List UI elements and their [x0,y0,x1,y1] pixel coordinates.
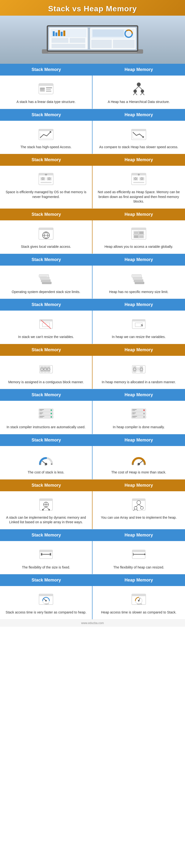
content-row-6: Memory is assigned in a contiguous block… [0,356,185,389]
svg-rect-12 [61,32,63,36]
stack-header-5: Stack Memory [0,299,92,311]
stack-icon-2 [36,170,56,187]
svg-rect-52 [41,182,52,183]
stack-cell-5: In stack we can't resize the variables. [0,311,92,344]
svg-rect-15 [91,40,112,48]
svg-rect-120 [39,410,43,411]
page-header: Stack vs Heap Memory [0,0,185,16]
svg-point-158 [48,509,50,510]
heap-header-2: Heap Memory [92,154,185,166]
heap-text-8: The cost of Heap is more than stack. [111,470,166,475]
stack-cell-8: $ The cost of stack is less. [0,446,92,479]
svg-point-138 [143,413,145,414]
svg-rect-76 [139,235,143,238]
stack-text-9: A stack can be implemented by dynamic me… [4,515,88,525]
svg-rect-11 [58,30,60,36]
heap-icon-2 [129,170,149,187]
svg-rect-122 [39,413,42,414]
heap-text-11: Heap access time is slower as compared t… [101,610,177,615]
svg-rect-135 [132,416,137,417]
heap-text-6: In heap memory is allocated in a random … [102,380,176,385]
svg-rect-123 [39,416,44,417]
svg-rect-75 [134,235,138,238]
svg-rect-27 [40,88,45,89]
svg-rect-133 [132,412,136,413]
svg-text:$: $ [137,464,138,466]
svg-rect-132 [132,410,135,411]
heap-icon-11: SLOW [129,591,149,608]
heap-header-11: Heap Memory [92,574,185,586]
stack-icon-9 [36,496,56,513]
stack-cell-2: Space is efficiently managed by OS so th… [0,166,92,208]
stack-header-10: Stack Memory [0,529,92,541]
stack-header-3: Stack Memory [0,209,92,220]
svg-rect-19 [92,30,124,37]
svg-point-125 [51,409,52,411]
heap-header-1: Heap Memory [92,109,185,121]
comparison-table: Stack Memory Heap Memory A stack has a l… [0,64,185,619]
stack-cell-0: A stack has a linear data type structure… [0,75,92,109]
stack-cell-11: FAST Stack access time is very faster as… [0,586,92,619]
heap-cell-1: As compare to stack Heap has slower spee… [92,121,185,154]
heap-header-7: Heap Memory [92,389,185,401]
content-row-9: A stack can be implemented by dynamic me… [0,491,185,529]
svg-rect-104 [44,366,47,372]
heap-icon-7 [129,406,149,423]
svg-rect-105 [47,366,50,372]
svg-rect-57 [132,173,146,175]
svg-line-34 [133,93,135,95]
stack-icon-6 [36,361,56,377]
svg-rect-7 [70,38,85,43]
svg-rect-131 [132,409,137,410]
svg-point-157 [42,509,44,510]
svg-line-30 [135,86,139,90]
svg-rect-43 [132,129,146,131]
section-header-9: Stack Memory Heap Memory [0,479,185,491]
svg-text:?: ? [137,368,139,371]
svg-rect-121 [39,412,43,413]
svg-text:$: $ [45,464,46,466]
svg-rect-110 [133,366,136,372]
svg-rect-10 [55,32,57,36]
content-row-3: Stack gives local variable access. Heap … [0,220,185,254]
stack-header-8: Stack Memory [0,434,92,446]
svg-rect-134 [132,413,135,414]
heap-cell-6: ? In heap memory is allocated in a rando… [92,356,185,389]
stack-icon-5 [36,315,56,332]
stack-header-2: Stack Memory [0,154,92,166]
stack-icon-1 [36,126,56,143]
heap-icon-10 [129,546,149,563]
svg-line-37 [142,93,144,95]
svg-rect-26 [46,91,51,92]
svg-point-192 [138,600,139,601]
svg-point-137 [143,409,145,411]
stack-cell-9: A stack can be implemented by dynamic me… [0,491,92,529]
svg-point-29 [137,83,141,86]
svg-rect-16 [113,40,135,48]
stack-text-8: The cost of stack is less. [28,470,64,475]
stack-icon-10 [36,546,56,563]
section-header-6: Stack Memory Heap Memory [0,344,185,356]
footer-text: www.educba.com [81,621,104,625]
content-row-5: In stack we can't resize the variables. … [0,311,185,344]
stack-cell-3: Stack gives local variable access. [0,220,92,254]
stack-text-7: In stack compiler instructions are autom… [6,425,85,430]
heap-header-8: Heap Memory [92,434,185,446]
heap-text-0: A Heap has a Hierarchical Data structure… [108,100,170,104]
section-header-10: Stack Memory Heap Memory [0,529,185,541]
svg-rect-9 [53,31,55,36]
heap-icon-8: $ [129,451,149,468]
svg-rect-6 [52,38,69,43]
content-row-7: In stack compiler instructions are autom… [0,401,185,434]
stack-text-10: The flexibility of the size is fixed. [22,565,70,570]
svg-rect-13 [63,31,65,36]
svg-point-33 [141,90,144,93]
svg-rect-25 [46,89,51,90]
stack-cell-1: The stack has high-speed Access. [0,121,92,154]
section-header-1: Stack Memory Heap Memory [0,109,185,121]
svg-rect-20 [48,52,137,53]
heap-header-10: Heap Memory [92,529,185,541]
svg-point-143 [40,463,41,465]
heap-text-1: As compare to stack Heap has slower spee… [99,145,178,150]
svg-rect-96 [132,319,145,321]
